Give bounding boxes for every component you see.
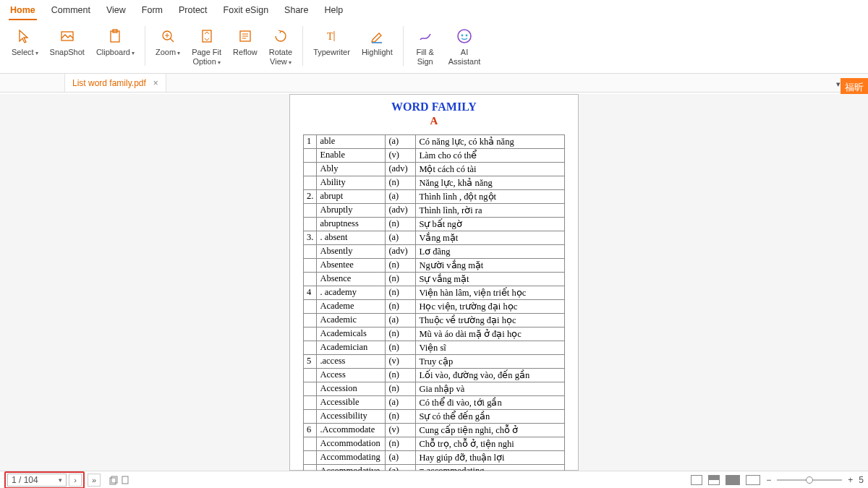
- table-row: abruptness(n)Sự bất ngờ: [304, 218, 565, 231]
- cell-d: Sự bất ngờ: [416, 218, 565, 231]
- cell-w: Academe: [317, 300, 386, 314]
- select-tool[interactable]: Select: [7, 25, 43, 67]
- table-row: Academician(n)Viện sĩ: [304, 341, 565, 355]
- table-row: Academe(n)Học viện, trường đại học: [304, 300, 565, 314]
- cell-w: abruptness: [317, 218, 386, 231]
- menu-comment[interactable]: Comment: [50, 3, 92, 20]
- cell-p: (v): [386, 424, 416, 437]
- cell-n: [304, 149, 317, 163]
- cell-n: 2.: [304, 190, 317, 204]
- document-tab[interactable]: List word family.pdf ×: [65, 74, 166, 92]
- cell-d: Người vắng mặt: [416, 259, 565, 273]
- cell-d: Có thể đi vào, tới gần: [416, 396, 565, 410]
- menu-home[interactable]: Home: [9, 3, 37, 20]
- cell-p: (adv): [386, 163, 416, 176]
- word-table: 1able(a)Có năng lực, có khả năngEnable(v…: [303, 134, 565, 471]
- paste-page-icon[interactable]: [119, 474, 131, 486]
- zoom-out-button[interactable]: −: [766, 475, 771, 485]
- reflow-icon: [235, 26, 255, 46]
- cell-w: . academy: [317, 286, 386, 300]
- table-row: 4. academy(n)Viện hàn lâm, viện triết họ…: [304, 286, 565, 300]
- table-row: Enable(v)Làm cho có thể: [304, 149, 565, 163]
- menu-protect[interactable]: Protect: [177, 3, 209, 20]
- cell-n: [304, 163, 317, 176]
- cell-n: 1: [304, 135, 317, 149]
- menu-form[interactable]: Form: [140, 3, 164, 20]
- cell-d: Truy cập: [416, 355, 565, 369]
- view-facing-continuous-icon[interactable]: [746, 475, 760, 485]
- last-page-button[interactable]: »: [88, 474, 101, 487]
- table-row: 1able(a)Có năng lực, có khả năng: [304, 135, 565, 149]
- typewriter-tool[interactable]: T Typewriter: [309, 25, 354, 67]
- rotate-tool[interactable]: Rotate View: [265, 25, 297, 67]
- cell-n: [304, 259, 317, 273]
- view-continuous-icon[interactable]: [708, 475, 720, 485]
- zoom-in-button[interactable]: +: [848, 475, 853, 485]
- menu-help[interactable]: Help: [323, 3, 344, 20]
- cell-d: Thình lình , đột ngột: [416, 190, 565, 204]
- document-viewport[interactable]: WORD FAMILY A 1able(a)Có năng lực, có kh…: [0, 94, 868, 471]
- cell-n: [304, 314, 317, 328]
- svg-point-16: [461, 35, 464, 37]
- cell-d: Một cách có tài: [416, 163, 565, 176]
- table-row: Accommodative(a)= accommodating: [304, 465, 565, 471]
- cell-w: abrupt: [317, 190, 386, 204]
- cell-p: (n): [386, 410, 416, 424]
- fillsign-icon: [415, 26, 435, 46]
- cell-w: Access: [317, 369, 386, 382]
- cell-d: Mũ và áo dài mặ ở đại học: [416, 328, 565, 341]
- cell-n: 6: [304, 424, 317, 437]
- table-row: Absently(adv)Lơ đãng: [304, 245, 565, 259]
- cell-d: Viện sĩ: [416, 341, 565, 355]
- table-row: Accessibility(n)Sự có thể đến gần: [304, 410, 565, 424]
- cell-w: Accessibility: [317, 410, 386, 424]
- reflow-tool[interactable]: Reflow: [229, 25, 262, 67]
- pagefit-tool[interactable]: Page Fit Option: [187, 25, 226, 67]
- page-number-input[interactable]: 1 / 104▾: [7, 474, 67, 487]
- table-row: 6.Accommodate(v)Cung cấp tiện nghi, chỗ …: [304, 424, 565, 437]
- svg-rect-18: [110, 478, 116, 484]
- cell-w: Enable: [317, 149, 386, 163]
- table-row: Accommodation(n)Chỗ trọ, chỗ ở, tiện ngh…: [304, 437, 565, 451]
- highlight-tool[interactable]: Highlight: [357, 25, 397, 67]
- table-row: Accession(n)Gia nhập và: [304, 382, 565, 396]
- cell-n: [304, 273, 317, 286]
- clipboard-tool[interactable]: Clipboard: [92, 25, 139, 67]
- ai-assistant-tool[interactable]: AI Assistant: [444, 25, 485, 67]
- cell-w: Accessible: [317, 396, 386, 410]
- cell-w: . absent: [317, 231, 386, 245]
- cell-p: (n): [386, 369, 416, 382]
- cell-w: Accommodation: [317, 437, 386, 451]
- menu-view[interactable]: View: [105, 3, 127, 20]
- cell-p: (n): [386, 286, 416, 300]
- page-section-letter: A: [303, 115, 565, 127]
- cell-p: (a): [386, 314, 416, 328]
- table-row: Absentee(n)Người vắng mặt: [304, 259, 565, 273]
- fillsign-tool[interactable]: Fill & Sign: [409, 25, 441, 67]
- cell-d: Học viện, trường đại học: [416, 300, 565, 314]
- page-nav-highlight: 1 / 104▾ ›: [4, 471, 85, 489]
- document-tab-title: List word family.pdf: [72, 78, 146, 88]
- cell-w: Ably: [317, 163, 386, 176]
- copy-page-icon[interactable]: [108, 474, 119, 486]
- menu-share[interactable]: Share: [283, 3, 310, 20]
- cell-p: (adv): [386, 245, 416, 259]
- cell-p: (a): [386, 231, 416, 245]
- close-tab-icon[interactable]: ×: [153, 78, 158, 88]
- cell-p: (n): [386, 328, 416, 341]
- next-page-button[interactable]: ›: [69, 474, 82, 487]
- cell-n: [304, 382, 317, 396]
- cell-p: (n): [386, 259, 416, 273]
- cell-w: Accession: [317, 382, 386, 396]
- cell-w: Academicals: [317, 328, 386, 341]
- view-single-icon[interactable]: [691, 475, 702, 485]
- menu-foxit-esign[interactable]: Foxit eSign: [222, 3, 271, 20]
- zoom-tool[interactable]: Zoom: [151, 25, 184, 67]
- cell-n: 5: [304, 355, 317, 369]
- cell-p: (a): [386, 396, 416, 410]
- view-facing-icon[interactable]: [726, 475, 740, 485]
- snapshot-tool[interactable]: SnapShot: [46, 25, 89, 67]
- svg-point-17: [466, 35, 468, 37]
- zoom-slider[interactable]: [777, 479, 842, 481]
- cell-n: [304, 465, 317, 471]
